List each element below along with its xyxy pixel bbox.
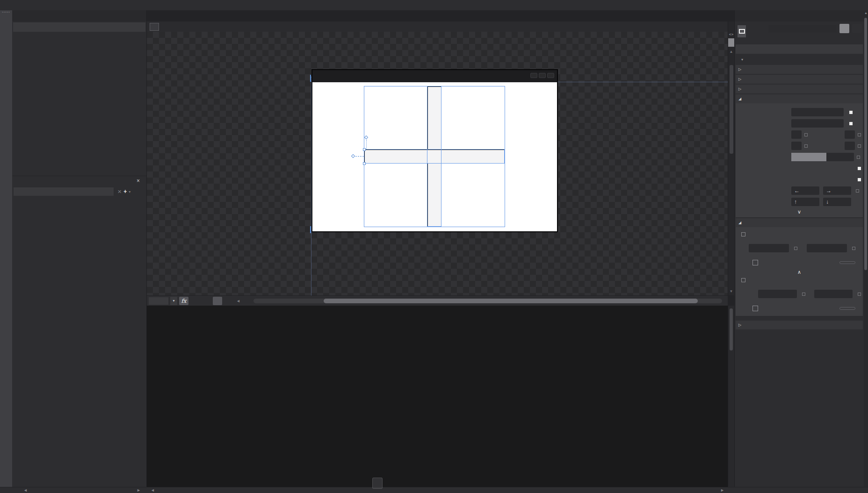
section-brush[interactable]: ▷ bbox=[736, 65, 863, 74]
margin-anchor-diamond[interactable] bbox=[351, 154, 355, 158]
property-marker[interactable] bbox=[804, 144, 808, 148]
split-view-button[interactable] bbox=[728, 38, 735, 47]
use-relative-values-checkbox[interactable] bbox=[752, 260, 758, 265]
section-appearance[interactable]: ▷ bbox=[736, 75, 863, 84]
scroll-up-arrow[interactable]: ▲ bbox=[730, 50, 733, 54]
column-field[interactable] bbox=[791, 142, 802, 150]
layouttransform-y-field[interactable] bbox=[814, 290, 853, 298]
width-field[interactable] bbox=[791, 108, 844, 116]
design-window-preview[interactable] bbox=[311, 69, 558, 232]
selection-handle[interactable] bbox=[363, 148, 366, 151]
layouttransform-marker[interactable] bbox=[741, 278, 745, 282]
expander-icon: ▷ bbox=[738, 67, 743, 71]
view-switch-strip: <> ▲ ▼ bbox=[728, 21, 734, 295]
rendertransform-y-field[interactable] bbox=[807, 244, 847, 252]
window-edge-tick-top bbox=[310, 75, 311, 82]
section-miscellaneous[interactable]: ▷ bbox=[736, 321, 863, 329]
arrange-by-selector[interactable]: ▾ bbox=[735, 55, 864, 64]
rail-grip[interactable]: ••••• bbox=[2, 10, 10, 14]
scrollbar-thumb[interactable] bbox=[324, 299, 698, 303]
apply-button[interactable] bbox=[839, 307, 855, 310]
code-vertical-scrollbar[interactable] bbox=[728, 306, 734, 487]
artboard-toolbar: ▾ fx ◄ bbox=[147, 295, 728, 306]
artboard-vertical-scrollbar[interactable] bbox=[730, 65, 733, 154]
breadcrumb-selection-chip[interactable] bbox=[150, 23, 159, 31]
name-field[interactable] bbox=[768, 25, 837, 33]
artboard[interactable] bbox=[147, 32, 728, 295]
rowspan-field[interactable] bbox=[845, 130, 855, 139]
project-tree bbox=[12, 33, 146, 34]
snap-grid-button[interactable] bbox=[190, 297, 200, 305]
document-tab-strip bbox=[147, 10, 734, 21]
expander-icon: ▷ bbox=[738, 323, 743, 327]
rendertransform-x-field[interactable] bbox=[749, 244, 789, 252]
capture-screenshot-button[interactable] bbox=[372, 478, 383, 489]
hide-advanced-button[interactable]: ∧ bbox=[736, 268, 863, 276]
properties-scrollbar[interactable]: ▲ bbox=[864, 10, 868, 487]
xaml-code-editor[interactable] bbox=[147, 306, 728, 487]
selection-handle[interactable] bbox=[363, 162, 366, 165]
storyboard-picker[interactable] bbox=[14, 187, 114, 196]
scroll-left-arrow[interactable]: ◄ bbox=[23, 488, 28, 493]
design-surface[interactable] bbox=[312, 82, 557, 231]
margin-bottom-field[interactable]: ↓ bbox=[823, 198, 851, 206]
show-advanced-properties-button[interactable]: ∨ bbox=[736, 208, 863, 215]
section-transform[interactable]: ◢ bbox=[736, 218, 863, 227]
annotations-button[interactable] bbox=[224, 297, 233, 305]
scroll-down-arrow[interactable]: ▼ bbox=[730, 289, 733, 293]
new-storyboard-button[interactable]: + bbox=[123, 188, 127, 195]
margin-anchor-diamond[interactable] bbox=[364, 136, 368, 139]
scroll-left-arrow[interactable]: ◄ bbox=[151, 488, 155, 493]
use-relative-values-checkbox[interactable] bbox=[752, 306, 758, 311]
scroll-right-arrow[interactable]: ► bbox=[720, 488, 724, 493]
storyboard-dropdown-icon[interactable]: ▾ bbox=[129, 190, 130, 194]
xaml-view-button[interactable]: <> bbox=[728, 30, 735, 38]
property-marker[interactable] bbox=[802, 293, 805, 296]
height-field[interactable] bbox=[791, 119, 844, 128]
property-marker[interactable] bbox=[804, 133, 808, 136]
section-common[interactable]: ▷ bbox=[736, 85, 863, 93]
zoom-dropdown-icon[interactable]: ▾ bbox=[170, 297, 177, 305]
scroll-up-arrow[interactable]: ▲ bbox=[864, 11, 868, 14]
zoom-level-box[interactable] bbox=[149, 297, 168, 305]
property-marker[interactable] bbox=[849, 122, 853, 125]
margin-anchor-line bbox=[366, 140, 367, 149]
horizontal-rectangle[interactable] bbox=[364, 150, 505, 164]
layouttransform-x-field[interactable] bbox=[758, 290, 796, 298]
property-marker[interactable] bbox=[856, 189, 859, 193]
design-view-button[interactable] bbox=[728, 21, 735, 30]
close-icon[interactable]: × bbox=[137, 178, 140, 184]
objects-and-timeline-panel: × ✕ + ▾ bbox=[12, 176, 146, 487]
properties-view-button[interactable] bbox=[839, 24, 849, 33]
selected-object-thumbnail bbox=[738, 25, 746, 37]
margin-top-field[interactable]: ↑ bbox=[791, 198, 819, 206]
property-marker[interactable] bbox=[858, 144, 861, 148]
property-marker[interactable] bbox=[858, 167, 861, 170]
property-marker[interactable] bbox=[794, 247, 797, 250]
scroll-right-arrow[interactable]: ► bbox=[137, 488, 141, 493]
property-marker[interactable] bbox=[858, 133, 861, 136]
effects-toggle-button[interactable]: fx bbox=[179, 297, 188, 305]
property-marker[interactable] bbox=[858, 178, 861, 181]
property-marker[interactable] bbox=[849, 111, 853, 114]
snap-gridlines-button[interactable] bbox=[202, 297, 211, 305]
property-marker[interactable] bbox=[852, 247, 855, 250]
margin-left-field[interactable]: ← bbox=[791, 186, 819, 195]
apply-button[interactable] bbox=[839, 261, 855, 264]
rendertransform-marker[interactable] bbox=[741, 232, 745, 236]
property-marker[interactable] bbox=[858, 293, 861, 296]
events-view-button[interactable] bbox=[852, 24, 862, 33]
zindex-field[interactable] bbox=[791, 153, 854, 161]
artboard-horizontal-scrollbar[interactable] bbox=[253, 299, 722, 303]
search-properties-box[interactable] bbox=[736, 44, 863, 54]
snap-to-snaplines-button[interactable] bbox=[213, 297, 222, 305]
columnspan-field[interactable] bbox=[845, 142, 855, 150]
search-projects-box[interactable] bbox=[13, 22, 145, 32]
scrollbar-thumb[interactable] bbox=[864, 18, 867, 270]
property-marker[interactable] bbox=[857, 156, 860, 159]
storyboard-close-icon[interactable]: ✕ bbox=[117, 189, 122, 195]
section-layout[interactable]: ◢ bbox=[736, 94, 863, 103]
scroll-left-arrow[interactable]: ◄ bbox=[236, 299, 240, 303]
row-field[interactable] bbox=[791, 130, 802, 139]
margin-right-field[interactable]: → bbox=[823, 186, 851, 195]
